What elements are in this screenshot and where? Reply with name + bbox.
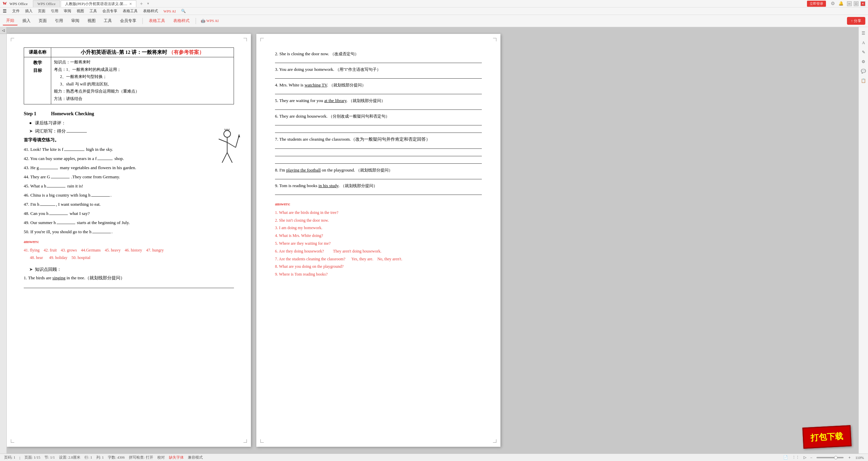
objective-label-cell: 教学目标 (24, 57, 51, 104)
toolbar-tab-page[interactable]: 页面 (35, 17, 50, 25)
corner-mark-br-2 (493, 439, 496, 443)
svg-line-9 (226, 129, 226, 130)
status-missing-font: 缺失字体 (169, 455, 184, 460)
notifications-icon[interactable]: 🔔 (839, 1, 844, 6)
maximize-button[interactable]: □ (854, 1, 859, 6)
blank-48 (49, 215, 68, 215)
download-badge[interactable]: 打包下载 (802, 425, 851, 448)
q8-underline: playing the football (286, 167, 321, 173)
toolbar-tab-insert[interactable]: 插入 (19, 17, 34, 25)
svg-line-5 (227, 153, 232, 163)
minimize-button[interactable]: ─ (847, 1, 852, 6)
status-setting: 设置: 2.8厘米 (59, 455, 81, 460)
menu-tools[interactable]: 工具 (87, 8, 100, 14)
status-page-info: 页码: 1 (4, 455, 15, 460)
menu-table-style[interactable]: 表格样式 (140, 8, 161, 14)
menu-view[interactable]: 视图 (74, 8, 87, 14)
view-icon-1[interactable]: 📄 (783, 455, 788, 460)
status-section: 节: 1/1 (44, 455, 55, 460)
q5-underline: at the library (324, 98, 347, 103)
app-icon: W (3, 1, 7, 6)
zoom-plus-button[interactable]: ＋ (848, 455, 851, 460)
svg-line-8 (224, 129, 225, 131)
zoom-minus-button[interactable]: − (810, 456, 812, 460)
menu-wps-ai[interactable]: WPS AI (161, 8, 178, 14)
menu-table-tools[interactable]: 表格工具 (120, 8, 140, 14)
bullet-text: 课后练习讲评： (35, 120, 66, 125)
register-button[interactable]: 立即登录 (807, 1, 826, 7)
blank-47 (40, 205, 55, 206)
menu-file[interactable]: 文件 (9, 8, 22, 14)
settings-icon[interactable]: ⚙ (831, 1, 835, 6)
page-2: 2. She is closing the door now. （改成否定句） … (256, 34, 500, 447)
blank-42 (97, 160, 113, 160)
panel-icon-1[interactable]: ☰ (860, 30, 867, 37)
menu-review[interactable]: 审阅 (61, 8, 74, 14)
arrow-review: ➤ 知识点回顾： (29, 266, 234, 273)
tab-more-icon[interactable]: ▾ (147, 1, 149, 6)
tab-inactive[interactable]: WPS Office (33, 0, 60, 7)
tab-close-icon[interactable]: ✕ (129, 2, 132, 6)
new-tab-button[interactable]: ＋ (137, 1, 146, 7)
app-name-label: WPS Office (9, 2, 27, 6)
tab-active[interactable]: 人教版(PEP)小升初英语语法讲义-第… ✕ (61, 0, 137, 7)
close-button[interactable]: ✕ (861, 1, 865, 6)
exercise-45: 45. What a h rain it is! (24, 182, 234, 190)
menu-vip[interactable]: 会员专享 (100, 8, 120, 14)
q9-underline: in his study (318, 183, 338, 188)
blank-43 (39, 169, 58, 169)
tab-active-label: 人教版(PEP)小升初英语语法讲义-第… (65, 1, 127, 6)
panel-icon-6[interactable]: 📋 (860, 77, 867, 84)
q4-note: （就划线部分提问） (329, 83, 366, 87)
character-image (214, 129, 241, 169)
panel-icon-5[interactable]: 💬 (860, 68, 867, 75)
menu-reference[interactable]: 引用 (48, 8, 61, 14)
toolbar-tab-view[interactable]: 视图 (84, 17, 99, 25)
underline-singing: singing (53, 275, 65, 280)
panel-icon-4[interactable]: ⚙ (860, 58, 867, 65)
toolbar-tab-table-tools[interactable]: 表格工具 (145, 17, 169, 25)
q3-note: （用"I"作主语改写句子） (335, 67, 381, 72)
status-reading-mode: 兼容模式 (188, 455, 203, 460)
q6-text: 6. They are doing housework. （分别改成一般疑问句和… (275, 113, 482, 120)
q9-text: 9. Tom is reading books in his study. （就… (275, 182, 482, 189)
fold-icon[interactable]: ◁ (0, 27, 7, 34)
menu-insert[interactable]: 插入 (22, 8, 35, 14)
toolbar-tab-wps-ai[interactable]: 🤖 WPS AI (199, 18, 221, 24)
toolbar-tab-vip[interactable]: 会员专享 (117, 17, 140, 25)
hamburger-menu-icon[interactable]: ☰ (3, 8, 7, 14)
exercise-44: 44. They are G .They come from Germany. (24, 173, 234, 181)
corner-mark-tr (243, 38, 247, 41)
q8-note: （就划线部分提问） (356, 168, 393, 173)
toolbar: 开始 插入 页面 引用 审阅 视图 工具 会员专享 表格工具 表格样式 🤖 WP… (0, 15, 868, 27)
exercise-50: 50. If you're ill, you should go to the … (24, 228, 234, 236)
view-icon-2[interactable]: ⋮⋮ (792, 455, 800, 460)
question-1: 1. The birds are singing in the tree.（就划… (24, 274, 234, 282)
panel-icon-2[interactable]: A (860, 39, 867, 46)
view-icon-3[interactable]: ▷ (804, 455, 806, 460)
toolbar-tab-review[interactable]: 审阅 (68, 17, 83, 25)
search-icon[interactable]: 🔍 (178, 8, 189, 14)
arrow-vocab: ➤ 词汇听写：得分 (29, 128, 234, 134)
tab-list: WPS Office 人教版(PEP)小升初英语语法讲义-第… ✕ ＋ ▾ (33, 0, 807, 7)
toolbar-tab-tools[interactable]: 工具 (100, 17, 115, 25)
share-button[interactable]: ↑ 分享 (847, 17, 865, 25)
toolbar-tab-home[interactable]: 开始 (3, 16, 18, 25)
content-area: 课题名称 小升初英语语法–第 12 讲：一般将来时 （有参考答案） 教学目标 知… (0, 27, 859, 454)
title-red-text: （有参考答案） (169, 49, 204, 55)
zoom-percent[interactable]: 110% (855, 456, 864, 460)
menu-page[interactable]: 页面 (35, 8, 48, 14)
q7-text: 7. The students are cleaning the classro… (275, 136, 482, 143)
blank-41 (64, 151, 84, 151)
exercise-title: 首字母填空练习。 (24, 137, 234, 143)
title-content-cell: 小升初英语语法–第 12 讲：一般将来时 （有参考答案） (51, 48, 234, 57)
page-1: 课题名称 小升初英语语法–第 12 讲：一般将来时 （有参考答案） 教学目标 知… (7, 34, 251, 447)
svg-line-10 (228, 129, 228, 130)
toolbar-tab-table-style[interactable]: 表格样式 (170, 17, 193, 25)
exercise-48: 48. Can you h what I say? (24, 210, 234, 217)
toolbar-tab-reference[interactable]: 引用 (52, 17, 66, 25)
q6-note: （分别改成一般疑问句和否定句） (329, 114, 390, 119)
zoom-slider[interactable] (816, 457, 844, 458)
answer-line-1 (24, 283, 234, 288)
panel-icon-3[interactable]: ✎ (860, 49, 867, 56)
